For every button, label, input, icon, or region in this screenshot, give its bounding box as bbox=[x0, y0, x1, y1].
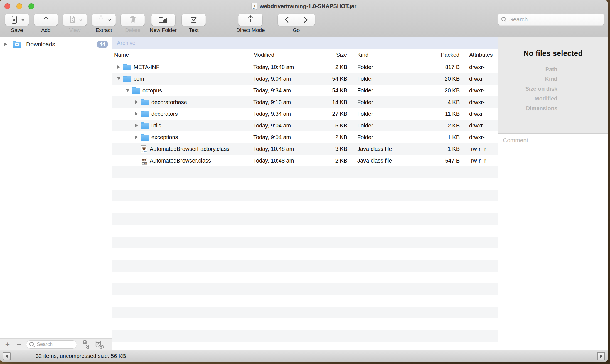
view-document-icon bbox=[67, 15, 77, 25]
chevron-right-icon bbox=[302, 16, 309, 24]
cell-name: META-INF bbox=[112, 64, 250, 70]
no-selection-title: No files selected bbox=[498, 49, 608, 58]
chevron-left-icon bbox=[283, 16, 291, 24]
close-button[interactable] bbox=[4, 3, 10, 9]
cell-kind: Folder bbox=[351, 111, 432, 117]
toolbar-button-test[interactable] bbox=[182, 14, 206, 26]
add-to-archive-icon bbox=[41, 15, 51, 25]
new-folder-icon bbox=[158, 15, 169, 25]
toolbar-item-direct-mode: Direct Mode bbox=[236, 14, 265, 33]
toolbar-button-new-folder[interactable] bbox=[151, 14, 175, 26]
toolbar-button-view[interactable] bbox=[63, 14, 87, 26]
cell-kind: Folder bbox=[351, 76, 432, 82]
cell-size: 54 KB bbox=[318, 76, 351, 82]
cell-size: 5 KB bbox=[318, 122, 351, 129]
table-row[interactable]: decoratorbaseToday, 9:16 am14 KBFolder4 … bbox=[112, 96, 498, 108]
go-forward-button[interactable] bbox=[296, 14, 315, 26]
disclosure-triangle[interactable] bbox=[135, 100, 139, 104]
cell-modified: Today, 9:34 am bbox=[250, 111, 318, 117]
table-row[interactable]: CLASSAutomatedBrowserFactory.classToday,… bbox=[112, 143, 498, 155]
folder-icon bbox=[141, 135, 149, 141]
table-row[interactable]: decoratorsToday, 9:34 am27 KBFolder11 KB… bbox=[112, 108, 498, 120]
folder-icon bbox=[141, 123, 149, 129]
table-row[interactable]: octopusToday, 9:34 am54 KBFolder20 KBdrw… bbox=[112, 85, 498, 96]
disclosure-triangle[interactable] bbox=[135, 124, 139, 127]
file-name: AutomatedBrowserFactory.class bbox=[150, 146, 229, 152]
archive-preview-icon[interactable] bbox=[94, 340, 105, 350]
zoom-button[interactable] bbox=[28, 3, 34, 9]
folder-icon bbox=[141, 111, 149, 117]
toolbar-label: Add bbox=[41, 27, 51, 33]
toolbar-item-new-folder: New Folder bbox=[150, 14, 177, 33]
cell-attributes: drwxr- bbox=[466, 111, 498, 117]
cell-kind: Folder bbox=[351, 99, 432, 105]
disclosure-triangle[interactable] bbox=[126, 89, 130, 92]
cell-packed: 1 KB bbox=[432, 146, 466, 152]
sidebar-search-input[interactable] bbox=[37, 341, 74, 347]
toolbar-item-test: Test bbox=[182, 14, 206, 33]
toolbar-button-save[interactable] bbox=[5, 14, 29, 26]
file-name: decorators bbox=[151, 111, 178, 117]
status-text: 32 items, uncompressed size: 56 KB bbox=[36, 353, 126, 359]
table-row[interactable]: META-INFToday, 10:48 am2 KBFolder817 Bdr… bbox=[112, 61, 498, 73]
cell-size: 2 KB bbox=[318, 64, 351, 70]
tree-view-icon[interactable] bbox=[81, 340, 90, 349]
cell-attributes: drwxr- bbox=[466, 134, 498, 141]
comment-field[interactable]: Comment bbox=[498, 134, 608, 350]
toolbar-button-delete[interactable] bbox=[121, 14, 145, 26]
remove-archive-button[interactable]: − bbox=[14, 340, 24, 349]
cell-size: 27 KB bbox=[318, 111, 351, 117]
cell-modified: Today, 10:48 am bbox=[250, 64, 318, 70]
cell-kind: Folder bbox=[351, 87, 432, 94]
table-row[interactable]: comToday, 9:04 am54 KBFolder20 KBdrwxr- bbox=[112, 73, 498, 85]
toolbar-label: Extract bbox=[95, 27, 112, 33]
file-name: utils bbox=[151, 122, 161, 129]
column-header-name[interactable]: Name bbox=[112, 51, 250, 59]
table-row[interactable]: utilsToday, 9:04 am5 KBFolder2 KBdrwxr- bbox=[112, 120, 498, 131]
tab-archive[interactable]: Archive bbox=[117, 40, 136, 46]
column-header-size[interactable]: Size bbox=[318, 51, 351, 59]
sidebar-search-field[interactable] bbox=[26, 340, 77, 349]
table-row[interactable]: exceptionsToday, 9:04 am2 KBFolder1 KBdr… bbox=[112, 131, 498, 143]
panel-toggle-right-icon[interactable] bbox=[597, 352, 605, 360]
column-header-modified[interactable]: Modified bbox=[250, 51, 318, 59]
toolbar-label: New Folder bbox=[150, 27, 177, 33]
go-back-button[interactable] bbox=[278, 14, 297, 26]
toolbar-button-add[interactable] bbox=[34, 14, 58, 26]
cell-name: com bbox=[112, 76, 250, 82]
disclosure-triangle[interactable] bbox=[117, 77, 121, 80]
cell-name: decoratorbase bbox=[112, 99, 250, 105]
disclosure-triangle[interactable] bbox=[135, 136, 139, 139]
table-row[interactable]: CLASSAutomatedBrowser.classToday, 10:48 … bbox=[112, 155, 498, 166]
add-archive-button[interactable]: + bbox=[3, 340, 12, 349]
trash-icon bbox=[128, 15, 138, 25]
toolbar-search-field[interactable] bbox=[498, 14, 604, 25]
cell-name: CLASSAutomatedBrowser.class bbox=[112, 156, 250, 165]
cell-modified: Today, 9:04 am bbox=[250, 122, 318, 129]
cell-kind: Folder bbox=[351, 134, 432, 141]
search-input[interactable] bbox=[509, 16, 601, 23]
column-header-packed[interactable]: Packed bbox=[432, 51, 466, 59]
cell-modified: Today, 9:04 am bbox=[250, 76, 318, 82]
toolbar-item-save: Save bbox=[5, 14, 29, 33]
disclosure-triangle[interactable] bbox=[117, 65, 121, 69]
cell-attributes: -rw-r--r-- bbox=[466, 146, 498, 152]
disclosure-triangle[interactable] bbox=[4, 43, 8, 46]
cell-size: 14 KB bbox=[318, 99, 351, 105]
disclosure-triangle[interactable] bbox=[135, 112, 139, 115]
chevron-down-icon bbox=[79, 19, 83, 21]
minimize-button[interactable] bbox=[16, 3, 22, 9]
column-header-attributes[interactable]: Attributes bbox=[466, 51, 498, 59]
sidebar-item-downloads[interactable]: Downloads44 bbox=[0, 39, 112, 49]
toolbar-item-add: Add bbox=[34, 14, 58, 33]
file-info-section: No files selected PathKindSize on diskMo… bbox=[498, 37, 608, 134]
cell-packed: 20 KB bbox=[432, 76, 466, 82]
sidebar-toggle-left-icon[interactable] bbox=[3, 352, 11, 360]
toolbar-button-extract[interactable] bbox=[92, 14, 116, 26]
info-field-label: Size on disk bbox=[498, 86, 557, 95]
column-header-kind[interactable]: Kind bbox=[351, 51, 432, 59]
toolbar-button-direct-mode[interactable] bbox=[238, 14, 262, 26]
info-field-row: Kind bbox=[498, 76, 608, 86]
cell-modified: Today, 9:16 am bbox=[250, 99, 318, 105]
cell-kind: Folder bbox=[351, 64, 432, 70]
